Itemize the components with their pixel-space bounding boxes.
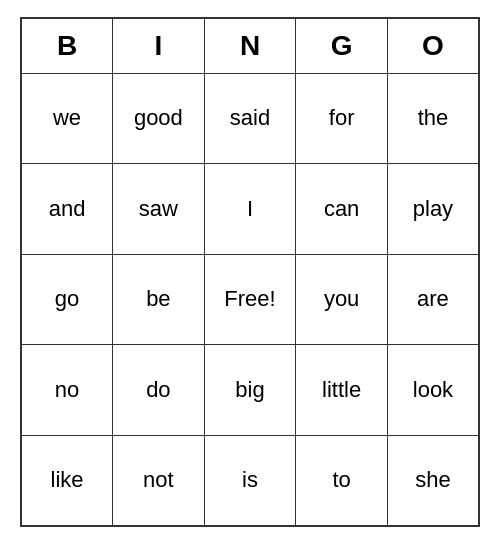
cell-r3-c1: do (113, 345, 205, 436)
cell-r1-c2: I (204, 164, 296, 255)
cell-r3-c3: little (296, 345, 388, 436)
cell-r1-c4: play (387, 164, 479, 255)
cell-r0-c1: good (113, 73, 205, 164)
header-col-n: N (204, 18, 296, 73)
table-row: wegoodsaidforthe (21, 73, 479, 164)
cell-r4-c2: is (204, 435, 296, 526)
cell-r1-c1: saw (113, 164, 205, 255)
cell-r4-c3: to (296, 435, 388, 526)
cell-r1-c3: can (296, 164, 388, 255)
cell-r4-c1: not (113, 435, 205, 526)
cell-r2-c0: go (21, 254, 113, 345)
cell-r0-c4: the (387, 73, 479, 164)
cell-r0-c2: said (204, 73, 296, 164)
cell-r1-c0: and (21, 164, 113, 255)
header-col-g: G (296, 18, 388, 73)
bingo-card: BINGO wegoodsaidfortheandsawIcanplaygobe… (20, 17, 480, 527)
table-row: gobeFree!youare (21, 254, 479, 345)
cell-r2-c1: be (113, 254, 205, 345)
table-row: likenotistoshe (21, 435, 479, 526)
cell-r2-c3: you (296, 254, 388, 345)
cell-r0-c3: for (296, 73, 388, 164)
cell-r2-c2: Free! (204, 254, 296, 345)
cell-r4-c0: like (21, 435, 113, 526)
cell-r0-c0: we (21, 73, 113, 164)
cell-r3-c0: no (21, 345, 113, 436)
cell-r3-c2: big (204, 345, 296, 436)
cell-r3-c4: look (387, 345, 479, 436)
cell-r2-c4: are (387, 254, 479, 345)
table-row: andsawIcanplay (21, 164, 479, 255)
header-col-o: O (387, 18, 479, 73)
table-row: nodobiglittlelook (21, 345, 479, 436)
header-row: BINGO (21, 18, 479, 73)
header-col-b: B (21, 18, 113, 73)
cell-r4-c4: she (387, 435, 479, 526)
header-col-i: I (113, 18, 205, 73)
